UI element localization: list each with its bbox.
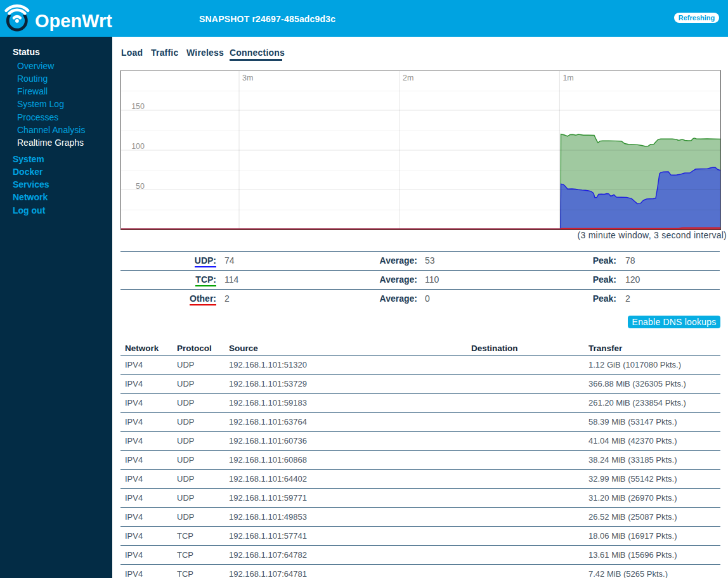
svg-text:150: 150 [131,102,145,111]
svg-text:1m: 1m [562,74,573,82]
svg-text:50: 50 [136,182,145,191]
svg-text:2m: 2m [403,74,413,82]
svg-text:100: 100 [131,142,145,151]
svg-text:3m: 3m [242,74,253,82]
